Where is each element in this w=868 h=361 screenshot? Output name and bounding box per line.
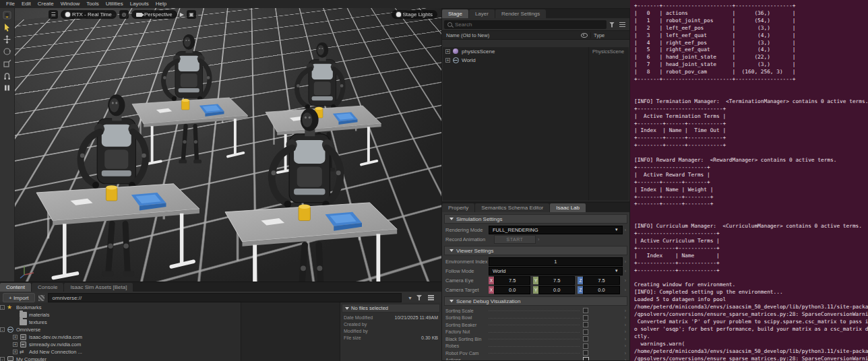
debug-toggle-row: Robes › [442, 343, 629, 350]
stage-prim-row[interactable]: physicsScene PhysicsScene [443, 47, 629, 56]
viewport-menu-icon[interactable]: ☰ [49, 10, 58, 19]
menu-item[interactable]: Tools [83, 0, 102, 8]
tree-item[interactable]: materials [0, 311, 241, 319]
tree-item[interactable]: - Bookmarks [0, 304, 241, 311]
content-tab[interactable]: Isaac Sim Assets [Beta] [64, 283, 133, 292]
filter-icon[interactable] [609, 22, 615, 28]
scale-tool-icon[interactable] [1, 58, 13, 69]
filter-icon[interactable] [416, 295, 422, 300]
move-tool-icon[interactable] [1, 34, 13, 44]
debug-checkbox[interactable] [583, 350, 588, 356]
rendering-mode-dropdown[interactable]: FULL_RENDERING ▼ [489, 226, 623, 234]
camera-eye-x-input[interactable]: 7.5 [494, 276, 530, 285]
start-recording-button[interactable]: START [494, 235, 536, 244]
section-viewer-settings[interactable]: Viewer Settings [444, 246, 627, 255]
expand-icon[interactable]: + [13, 342, 18, 347]
follow-mode-dropdown[interactable]: World ▼ [489, 267, 623, 275]
camera-expand-icon[interactable]: ▶ [180, 11, 184, 18]
debug-checkbox[interactable] [583, 322, 588, 327]
expand-icon[interactable] [13, 320, 18, 325]
terminal-window[interactable]: +-------+----------------------+--------… [630, 0, 868, 361]
menu-item[interactable]: File [3, 0, 18, 8]
property-tab[interactable]: Semantics Schema Editor [475, 203, 549, 212]
name-column-header[interactable]: Name (Old to New) [442, 32, 578, 38]
tree-item-icon [7, 304, 14, 310]
details-row: Created by [340, 321, 441, 327]
expand-icon[interactable]: - [0, 305, 5, 310]
menu-item[interactable]: Edit [18, 0, 34, 8]
environment-index-input[interactable]: 1 [489, 257, 623, 266]
section-simulation-settings[interactable]: Simulation Settings [444, 214, 627, 224]
thumbnail-toggle-icon[interactable] [38, 295, 44, 301]
expand-icon[interactable]: + [13, 335, 18, 339]
content-tab[interactable]: Content [0, 283, 31, 292]
section-scene-debug[interactable]: Scene Debug Visualization [444, 296, 627, 306]
menu-item[interactable]: Layouts [127, 0, 152, 8]
import-button[interactable]: + Import [3, 293, 35, 302]
camera-selector[interactable]: Perspective [131, 10, 177, 19]
property-tab[interactable]: Property [442, 203, 474, 212]
pause-button-icon[interactable] [1, 82, 13, 93]
debug-checkbox[interactable] [583, 336, 588, 341]
isaac-badge-icon[interactable] [1, 9, 13, 20]
select-tool-icon[interactable] [1, 22, 13, 32]
tree-item[interactable]: textures [0, 319, 241, 326]
viewport-options-icon[interactable]: ▣ [187, 10, 196, 19]
debug-checkbox[interactable] [583, 308, 588, 313]
camera-target-z-input[interactable]: 0.0 [583, 286, 619, 294]
menu-item[interactable]: Utilities [102, 0, 127, 8]
render-settings-icon[interactable]: ◎ [119, 10, 129, 19]
chevron-down-icon[interactable]: ▼ [408, 296, 412, 300]
camera-target-y-input[interactable]: 0.0 [538, 286, 575, 294]
menu-item[interactable]: Help [152, 0, 170, 8]
camera-target-label: Camera Target [445, 287, 489, 293]
follow-mode-row: Follow Mode World ▼ › [442, 266, 629, 275]
expand-icon[interactable]: - [0, 327, 5, 332]
tree-item[interactable]: + simready.ov.nvidia.com [0, 341, 241, 348]
snap-tool-icon[interactable] [1, 70, 13, 81]
chevron-down-icon: ▼ [615, 269, 619, 273]
expand-icon[interactable]: + [13, 350, 18, 354]
stage-tab[interactable]: Layer [469, 9, 495, 18]
debug-checkbox[interactable] [583, 343, 588, 349]
stage-lights-button[interactable]: Stage Lights [392, 10, 437, 19]
debug-checkbox[interactable] [583, 315, 588, 321]
menu-item[interactable]: Window [57, 0, 83, 8]
property-tab[interactable]: Isaac Lab [550, 203, 586, 212]
details-header[interactable]: No files selected [342, 304, 440, 313]
visibility-column-header[interactable] [578, 33, 590, 38]
tree-item[interactable]: - My Computer [0, 356, 241, 361]
stage-tab[interactable]: Stage [442, 9, 468, 18]
stage-tab[interactable]: Render Settings [495, 9, 546, 18]
renderer-selector[interactable]: RTX - Real Time [61, 10, 117, 19]
type-column-header[interactable]: Type [590, 32, 629, 38]
section-title: Viewer Settings [456, 248, 493, 254]
path-input[interactable]: omniverse:// [48, 293, 402, 302]
expand-icon[interactable] [445, 58, 450, 63]
rotate-tool-icon[interactable] [1, 46, 13, 57]
collapse-icon [450, 218, 454, 220]
viewport-3d[interactable]: ☰ RTX - Real Time ◎ Perspective ▶ ▣ Stag… [15, 8, 441, 282]
axis-x-badge: X [489, 286, 494, 294]
list-view-icon[interactable] [428, 297, 434, 298]
axis-x-badge: X [489, 277, 494, 284]
tree-item[interactable]: + Add New Connection ... [0, 348, 241, 356]
menu-item[interactable]: Create [34, 0, 57, 8]
camera-eye-z-input[interactable]: 7.5 [583, 276, 619, 285]
options-icon[interactable] [619, 24, 625, 26]
expand-icon[interactable] [445, 49, 450, 54]
details-label: Date Modified [344, 315, 395, 320]
expand-icon[interactable] [13, 313, 18, 317]
stage-prim-row[interactable]: World [443, 56, 629, 65]
tree-item[interactable]: - Omniverse [0, 326, 241, 333]
tree-item[interactable]: + isaac-dev.ov.nvidia.com [0, 333, 241, 341]
details-value: 0.30 KB [421, 335, 438, 340]
stage-search-input[interactable]: Search [444, 20, 607, 29]
expand-icon[interactable]: - [0, 357, 5, 361]
camera-target-x-input[interactable]: 0.0 [494, 286, 530, 294]
debug-checkbox[interactable] [583, 357, 589, 361]
file-grid-area[interactable] [241, 302, 340, 361]
content-tab[interactable]: Console [32, 283, 63, 292]
debug-checkbox[interactable] [583, 329, 588, 335]
camera-eye-y-input[interactable]: 7.5 [538, 276, 575, 285]
